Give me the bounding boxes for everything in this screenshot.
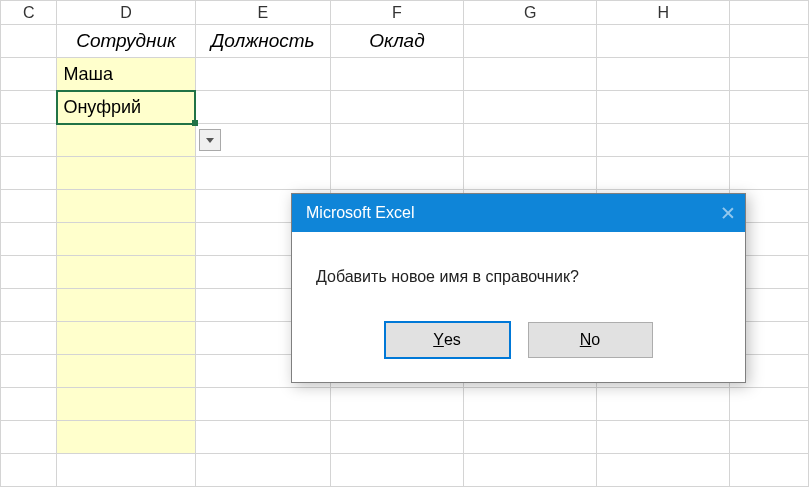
cell-E1-header[interactable]: Должность (195, 25, 330, 58)
cell-D10[interactable] (57, 322, 196, 355)
col-header-G[interactable]: G (464, 1, 597, 25)
cell-I1[interactable] (730, 25, 809, 58)
data-validation-dropdown-button[interactable] (199, 129, 221, 151)
cell-F3[interactable] (330, 91, 464, 124)
cell-F1-header[interactable]: Оклад (330, 25, 464, 58)
cell-D4[interactable] (57, 124, 196, 157)
col-header-C[interactable]: C (1, 1, 57, 25)
row-3: Онуфрий (1, 91, 809, 124)
col-header-next[interactable] (730, 1, 809, 25)
cell-D2[interactable]: Маша (57, 58, 196, 91)
cell-H2[interactable] (597, 58, 730, 91)
message-box: Microsoft Excel Добавить новое имя в спр… (291, 193, 746, 383)
cell-D5[interactable] (57, 157, 196, 190)
col-header-E[interactable]: E (195, 1, 330, 25)
cell-D3-active[interactable]: Онуфрий (57, 91, 196, 124)
cell-E3[interactable] (195, 91, 330, 124)
row-2: Маша (1, 58, 809, 91)
col-header-D[interactable]: D (57, 1, 196, 25)
col-header-H[interactable]: H (597, 1, 730, 25)
cell-H1[interactable] (597, 25, 730, 58)
svg-marker-0 (206, 138, 214, 143)
column-header-row: C D E F G H (1, 1, 809, 25)
cell-D7[interactable] (57, 223, 196, 256)
cell-I3[interactable] (730, 91, 809, 124)
row-1: Сотрудник Должность Оклад (1, 25, 809, 58)
col-header-F[interactable]: F (330, 1, 464, 25)
cell-F2[interactable] (330, 58, 464, 91)
cell-C3[interactable] (1, 91, 57, 124)
close-icon[interactable] (721, 206, 735, 220)
cell-H3[interactable] (597, 91, 730, 124)
cell-D13[interactable] (57, 421, 196, 454)
no-button[interactable]: No (528, 322, 653, 358)
cell-G2[interactable] (464, 58, 597, 91)
cell-I2[interactable] (730, 58, 809, 91)
cell-D6[interactable] (57, 190, 196, 223)
yes-button[interactable]: Yes (385, 322, 510, 358)
cell-D1-header[interactable]: Сотрудник (57, 25, 196, 58)
dialog-title: Microsoft Excel (306, 204, 414, 222)
cell-D12[interactable] (57, 388, 196, 421)
cell-C1[interactable] (1, 25, 57, 58)
cell-G1[interactable] (464, 25, 597, 58)
cell-D8[interactable] (57, 256, 196, 289)
cell-G3[interactable] (464, 91, 597, 124)
cell-D11[interactable] (57, 355, 196, 388)
chevron-down-icon (206, 138, 214, 143)
dialog-button-row: Yes No (292, 308, 745, 382)
cell-C2[interactable] (1, 58, 57, 91)
dialog-titlebar[interactable]: Microsoft Excel (292, 194, 745, 232)
dialog-message: Добавить новое имя в справочник? (292, 232, 745, 308)
cell-D9[interactable] (57, 289, 196, 322)
cell-E2[interactable] (195, 58, 330, 91)
